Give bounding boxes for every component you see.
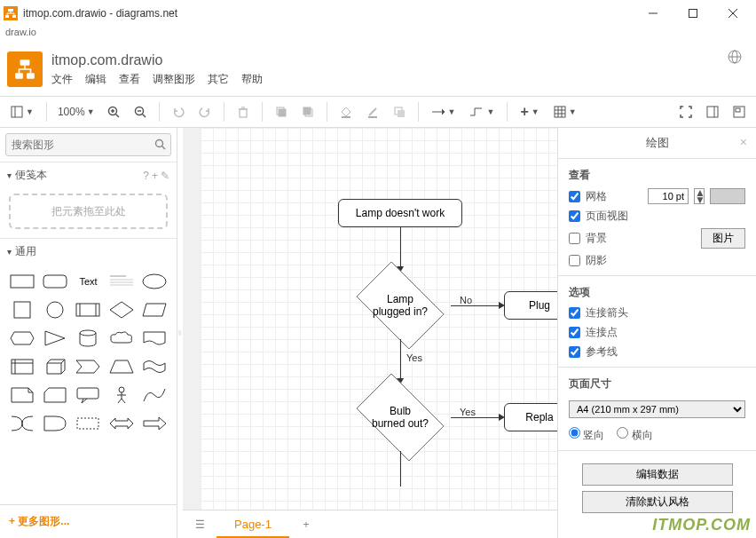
shape-rectangle[interactable]: [7, 270, 36, 293]
menu-extras[interactable]: 其它: [208, 72, 229, 87]
shape-tape[interactable]: [140, 355, 169, 378]
delete-button[interactable]: [232, 100, 255, 123]
waypoint-style-button[interactable]: ▼: [464, 100, 500, 123]
grid-checkbox[interactable]: [569, 191, 580, 202]
zoom-control[interactable]: 100% ▼: [54, 106, 98, 118]
menu-help[interactable]: 帮助: [241, 72, 263, 87]
shadow-checkbox[interactable]: [569, 255, 580, 266]
scratch-edit-icon[interactable]: ✎: [161, 170, 169, 182]
shape-square[interactable]: [7, 298, 36, 321]
connection-style-button[interactable]: ▼: [426, 100, 461, 123]
menu-file[interactable]: 文件: [51, 72, 73, 87]
shape-arrow-bidir[interactable]: [106, 412, 136, 435]
shape-trapezoid[interactable]: [106, 355, 136, 378]
fullscreen-button[interactable]: [674, 100, 697, 123]
undo-button[interactable]: [167, 100, 190, 123]
edge-label-no[interactable]: No: [460, 295, 472, 305]
insert-button[interactable]: +▼: [515, 100, 544, 123]
shape-actor[interactable]: [106, 384, 136, 407]
table-button[interactable]: ▼: [548, 100, 582, 123]
menu-arrange[interactable]: 调整图形: [153, 72, 195, 87]
shape-text[interactable]: Text: [74, 270, 103, 293]
shape-hexagon[interactable]: [7, 327, 36, 350]
pages-menu-button[interactable]: ☰: [188, 513, 211, 536]
shape-heading[interactable]: [106, 270, 136, 293]
scratch-add-icon[interactable]: +: [152, 170, 158, 182]
search-input[interactable]: [5, 133, 171, 156]
shadow-button[interactable]: [388, 100, 411, 123]
shape-data-store[interactable]: [74, 412, 103, 435]
grid-size-spinner[interactable]: ▲▼: [694, 188, 705, 204]
close-button[interactable]: [713, 1, 752, 26]
conn-point-checkbox[interactable]: [569, 327, 580, 338]
shape-parallelogram[interactable]: [140, 298, 169, 321]
flow-node-replace[interactable]: Repla: [504, 403, 557, 431]
shape-diamond[interactable]: [106, 298, 136, 321]
portrait-radio[interactable]: [569, 427, 580, 439]
grid-color-button[interactable]: [710, 188, 745, 204]
flow-node-decision-2[interactable]: Bulb burned out?: [347, 382, 453, 453]
shape-curve[interactable]: [140, 384, 169, 407]
shape-cube[interactable]: [40, 355, 69, 378]
shape-or[interactable]: [7, 412, 36, 435]
outline-button[interactable]: [728, 100, 751, 123]
shape-process[interactable]: [74, 298, 103, 321]
language-icon[interactable]: [728, 50, 742, 67]
landscape-radio[interactable]: [617, 427, 628, 439]
background-checkbox[interactable]: [569, 233, 580, 244]
document-title[interactable]: itmop.com.drawio: [51, 52, 749, 68]
menu-view[interactable]: 查看: [119, 72, 140, 87]
guides-checkbox[interactable]: [569, 346, 580, 358]
flow-node-decision-1[interactable]: Lamp plugged in?: [347, 270, 453, 341]
shape-triangle[interactable]: [40, 327, 69, 350]
shape-cloud[interactable]: [106, 327, 136, 350]
view-menu-button[interactable]: ▼: [5, 100, 39, 123]
svg-rect-2: [12, 15, 16, 18]
edge-label-yes-1[interactable]: Yes: [406, 352, 422, 363]
maximize-button[interactable]: [673, 1, 713, 26]
minimize-button[interactable]: [633, 1, 673, 26]
zoom-in-button[interactable]: [102, 100, 125, 123]
scratchpad-dropzone[interactable]: 把元素拖至此处: [9, 194, 168, 229]
shape-document[interactable]: [140, 327, 169, 350]
search-icon[interactable]: [154, 138, 166, 153]
edge-label-yes-2[interactable]: Yes: [460, 407, 476, 417]
general-section[interactable]: ▾通用: [0, 238, 177, 265]
menu-edit[interactable]: 编辑: [85, 72, 106, 87]
shape-circle[interactable]: [40, 298, 69, 321]
scratchpad-section[interactable]: ▾便笺本 ?+✎: [0, 162, 177, 188]
shape-callout[interactable]: [74, 384, 103, 407]
scratch-help-icon[interactable]: ?: [143, 170, 149, 182]
to-front-button[interactable]: [270, 100, 293, 123]
shape-ellipse[interactable]: [140, 270, 169, 293]
fill-color-button[interactable]: [335, 100, 358, 123]
more-shapes-button[interactable]: + 更多图形...: [0, 504, 177, 538]
format-panel-button[interactable]: [701, 100, 724, 123]
shape-step[interactable]: [74, 355, 103, 378]
shape-cylinder[interactable]: [74, 327, 103, 350]
add-page-button[interactable]: +: [295, 513, 318, 536]
line-color-button[interactable]: [361, 100, 384, 123]
paper[interactable]: Lamp doesn't work Lamp plugged in? No Pl…: [201, 128, 557, 510]
pageview-checkbox[interactable]: [569, 210, 580, 222]
shape-rounded-rect[interactable]: [40, 270, 69, 293]
flow-node-plug[interactable]: Plug: [504, 291, 557, 320]
conn-arrow-checkbox[interactable]: [569, 307, 580, 319]
panel-close-icon[interactable]: ×: [740, 135, 747, 149]
shape-internal-storage[interactable]: [7, 355, 36, 378]
to-back-button[interactable]: [296, 100, 319, 123]
shape-and[interactable]: [40, 412, 69, 435]
image-button[interactable]: 图片: [701, 228, 745, 249]
shape-note[interactable]: [7, 384, 36, 407]
canvas[interactable]: Lamp doesn't work Lamp plugged in? No Pl…: [183, 128, 557, 510]
flow-node-start[interactable]: Lamp doesn't work: [338, 199, 462, 227]
shape-card[interactable]: [40, 384, 69, 407]
page-tab-1[interactable]: Page-1: [217, 511, 289, 538]
grid-size-input[interactable]: [648, 188, 689, 204]
zoom-out-button[interactable]: [129, 100, 152, 123]
redo-button[interactable]: [193, 100, 217, 123]
edit-data-button[interactable]: 编辑数据: [582, 463, 733, 486]
reset-style-button[interactable]: 清除默认风格: [582, 491, 733, 513]
paper-size-select[interactable]: A4 (210 mm x 297 mm): [569, 400, 745, 418]
shape-arrow[interactable]: [140, 412, 169, 435]
